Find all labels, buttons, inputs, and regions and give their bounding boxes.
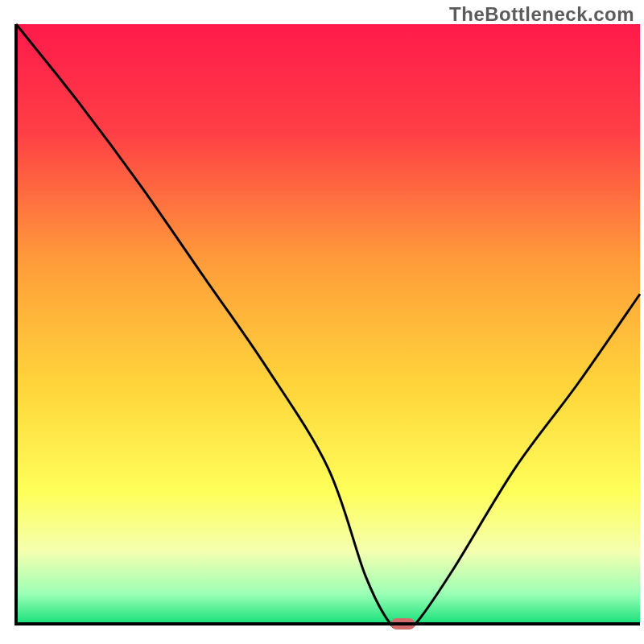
chart-container: TheBottleneck.com bbox=[0, 0, 644, 644]
bottleneck-chart bbox=[0, 0, 644, 644]
plot-background bbox=[16, 24, 640, 624]
